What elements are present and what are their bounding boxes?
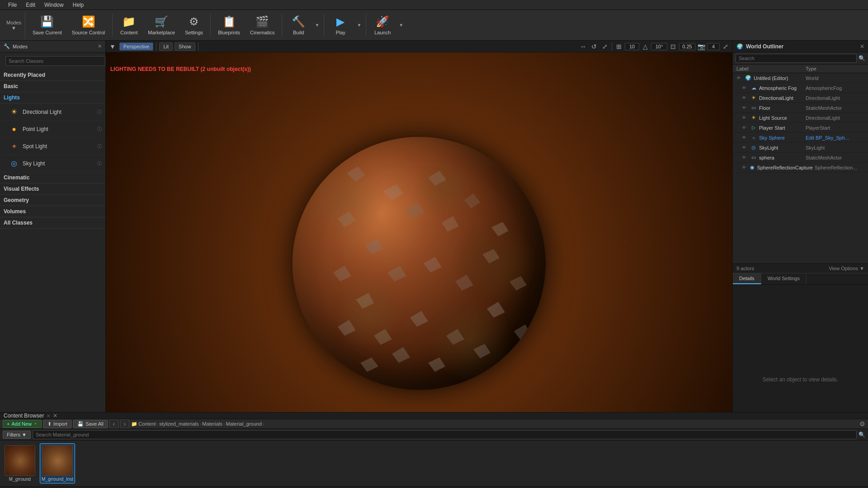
- section-visual-effects[interactable]: Visual Effects: [0, 183, 105, 195]
- outliner-row-sky-sphere[interactable]: 👁 ○ Sky Sphere Edit BP_Sky_Sph...: [733, 133, 868, 143]
- camera-speed-input[interactable]: [707, 43, 720, 50]
- toolbar-source-control[interactable]: 🔀 Source Control: [67, 12, 109, 39]
- toolbar-save-current[interactable]: 💾 Save Current: [28, 12, 66, 39]
- section-recently-placed[interactable]: Recently Placed: [0, 70, 105, 81]
- outliner-view-options[interactable]: View Options ▼: [829, 266, 864, 271]
- toolbar-cinematics[interactable]: 🎬 Cinematics: [245, 12, 279, 39]
- outliner-row-sphera[interactable]: 👁 ▭ sphera StaticMeshActor: [733, 153, 868, 163]
- svg-marker-20: [410, 311, 428, 327]
- search-classes-input[interactable]: [5, 56, 105, 66]
- cb-close-btn[interactable]: ✕: [53, 413, 57, 419]
- nav-forward-btn[interactable]: ›: [120, 419, 129, 428]
- angle-snap-icon[interactable]: △: [640, 42, 650, 52]
- eye-icon-4[interactable]: 👁: [742, 115, 748, 120]
- eye-icon-7[interactable]: 👁: [742, 145, 748, 150]
- outliner-close-icon[interactable]: ✕: [860, 43, 864, 50]
- cb-search-input[interactable]: [33, 430, 857, 439]
- launch-dropdown-arrow[interactable]: ▼: [397, 12, 405, 39]
- crumb-material-ground[interactable]: Material_ground: [226, 421, 262, 427]
- perspective-btn[interactable]: Perspective: [119, 42, 153, 51]
- scale-value-input[interactable]: [679, 43, 695, 50]
- asset-thumb-1[interactable]: M_grround_Inst: [40, 443, 75, 483]
- filters-btn[interactable]: Filters ▼: [3, 431, 31, 439]
- modes-dropdown[interactable]: Modes ▼: [3, 12, 25, 39]
- snap-value-input[interactable]: [625, 43, 639, 50]
- eye-icon-5[interactable]: 👁: [742, 125, 748, 130]
- toolbar-settings[interactable]: ⚙ Settings: [180, 12, 208, 39]
- toolbar-sep-2: [210, 14, 211, 37]
- blueprints-label: Blueprints: [218, 30, 240, 35]
- eye-icon-1[interactable]: 👁: [742, 85, 748, 90]
- cb-settings-icon[interactable]: ⚙: [859, 420, 865, 427]
- crumb-materials[interactable]: Materials: [202, 421, 222, 427]
- outliner-search-input[interactable]: [736, 54, 857, 63]
- viewport-canvas[interactable]: LIGHTING NEEDS TO BE REBUILT (2 unbuilt …: [106, 52, 732, 474]
- crumb-stylized[interactable]: stylized_materials: [159, 421, 198, 427]
- section-basic[interactable]: Basic: [0, 81, 105, 92]
- lit-btn[interactable]: Lit: [159, 42, 173, 51]
- menu-window[interactable]: Window: [40, 1, 68, 9]
- transform-translate-icon[interactable]: ↔: [578, 42, 588, 52]
- save-icon: 💾: [40, 15, 54, 28]
- outliner-row-atmospheric-fog[interactable]: 👁 ☁ Atmospheric Fog AtmosphericFog: [733, 83, 868, 93]
- transform-scale-icon[interactable]: ⤢: [600, 42, 610, 52]
- nav-back-btn[interactable]: ‹: [109, 419, 118, 428]
- eye-icon-8[interactable]: 👁: [742, 155, 748, 160]
- outliner-row-floor[interactable]: 👁 ▭ Floor StaticMeshActor: [733, 103, 868, 113]
- add-new-btn[interactable]: + Add New ▼: [3, 420, 42, 428]
- modes-arrow: ▼: [11, 25, 16, 31]
- svg-marker-19: [374, 329, 392, 345]
- eye-icon-2[interactable]: 👁: [742, 95, 748, 100]
- build-dropdown-arrow[interactable]: ▼: [313, 12, 321, 39]
- section-geometry[interactable]: Geometry: [0, 195, 105, 206]
- maximize-viewport-icon[interactable]: ⤢: [721, 42, 731, 52]
- import-btn[interactable]: ⬆ Import: [43, 420, 71, 428]
- toolbar-content[interactable]: 📁 Content: [115, 12, 142, 39]
- cb-header: Content Browser ✕ ✕: [0, 413, 868, 419]
- menu-help[interactable]: Help: [68, 1, 89, 9]
- panel-item-sky-light[interactable]: ◎ Sky Light ⓘ: [0, 155, 105, 172]
- crumb-content[interactable]: Content: [138, 421, 156, 427]
- sphere-mesh: [292, 137, 546, 390]
- outliner-row-skylight[interactable]: 👁 ◎ SkyLight SkyLight: [733, 143, 868, 153]
- transform-rotate-icon[interactable]: ↺: [589, 42, 599, 52]
- show-btn[interactable]: Show: [175, 42, 195, 51]
- panel-item-directional-light[interactable]: ☀ Directional Light ⓘ: [0, 103, 105, 121]
- section-lights[interactable]: Lights: [0, 92, 105, 103]
- outliner-row-sphere-reflection[interactable]: 👁 ◉ SphereReflectionCapture SphereReflec…: [733, 163, 868, 173]
- viewport-toggle-arrow[interactable]: ▼: [108, 42, 118, 52]
- angle-value-input[interactable]: [651, 43, 667, 50]
- toolbar-blueprints[interactable]: 📋 Blueprints: [213, 12, 245, 39]
- eye-icon-9[interactable]: 👁: [742, 165, 747, 170]
- section-volumes[interactable]: Volumes: [0, 206, 105, 217]
- toolbar-play[interactable]: ▶ Play: [327, 12, 354, 39]
- section-all-classes[interactable]: All Classes: [0, 217, 105, 229]
- toolbar-launch[interactable]: 🚀 Launch: [369, 12, 396, 39]
- panel-item-point-light[interactable]: ● Point Light ⓘ: [0, 121, 105, 138]
- grid-snap-icon[interactable]: ⊞: [614, 42, 624, 52]
- outliner-row-player-start[interactable]: 👁 ▷ Player Start PlayerStart: [733, 123, 868, 133]
- toolbar-marketplace[interactable]: 🛒 Marketplace: [143, 12, 179, 39]
- outliner-row-untitled[interactable]: 👁 🌍 Untitled (Editor) World: [733, 73, 868, 83]
- play-dropdown-arrow[interactable]: ▼: [355, 12, 363, 39]
- modes-close-icon[interactable]: ✕: [98, 43, 102, 49]
- tab-world-settings[interactable]: World Settings: [761, 273, 807, 284]
- save-all-btn[interactable]: 💾 Save All: [73, 420, 108, 428]
- eye-icon-3[interactable]: 👁: [742, 105, 748, 110]
- vp-sep-3: [612, 42, 612, 51]
- menu-edit[interactable]: Edit: [21, 1, 40, 9]
- asset-thumb-0[interactable]: M_grround: [3, 443, 37, 483]
- panel-item-spot-light[interactable]: ⌖ Spot Light ⓘ: [0, 138, 105, 155]
- outliner-row-light-source[interactable]: 👁 ☀ Light Source DirectionalLight: [733, 113, 868, 123]
- outliner-row-directional-light[interactable]: 👁 ☀ DirectionalLight DirectionalLight: [733, 93, 868, 103]
- camera-speed-icon[interactable]: 📷: [696, 42, 706, 52]
- tab-details[interactable]: Details: [733, 273, 761, 284]
- eye-icon-6[interactable]: 👁: [742, 135, 748, 140]
- menu-file[interactable]: File: [4, 1, 21, 9]
- toolbar-build[interactable]: 🔨 Build: [285, 12, 312, 39]
- svg-marker-14: [424, 257, 442, 272]
- section-cinematic[interactable]: Cinematic: [0, 172, 105, 183]
- filters-label: Filters ▼: [7, 432, 27, 437]
- scale-snap-icon[interactable]: ⊡: [668, 42, 678, 52]
- eye-icon-0[interactable]: 👁: [736, 75, 743, 80]
